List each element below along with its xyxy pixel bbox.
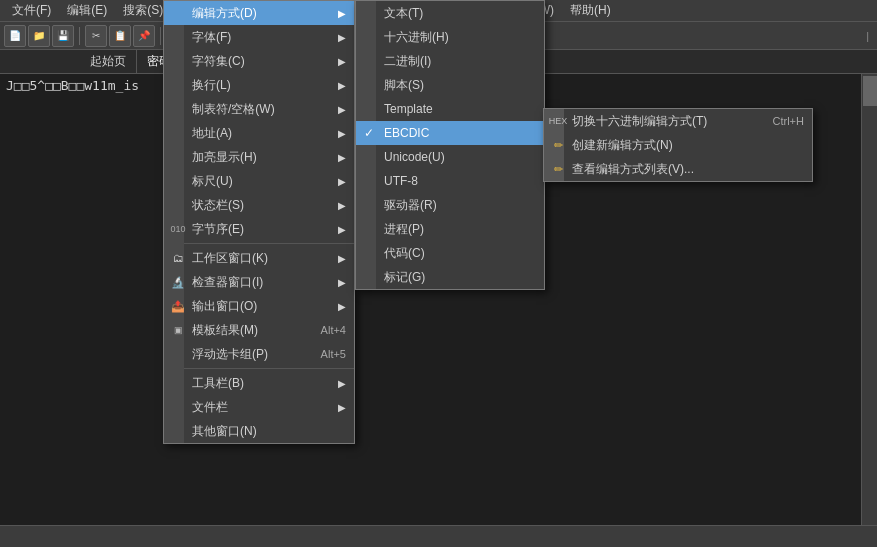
menu-item-charset[interactable]: 字符集(C) ▶ xyxy=(164,49,354,73)
editor-content[interactable]: J□□5^□□B□□w11m_is xyxy=(6,78,139,93)
arrow-icon-ws: ▶ xyxy=(338,253,346,264)
arrow-icon-cc: ▶ xyxy=(338,104,346,115)
output-icon: 📤 xyxy=(168,300,188,313)
menu-item-ctrl-chars[interactable]: 制表符/空格(W) ▶ xyxy=(164,97,354,121)
view-editmode-list[interactable]: ✏ 查看编辑方式列表(V)... xyxy=(544,157,812,181)
toolbar-save[interactable]: 💾 xyxy=(52,25,74,47)
arrow-icon-tb: ▶ xyxy=(338,378,346,389)
menu-item-workspace[interactable]: 🗂 工作区窗口(K) ▶ xyxy=(164,246,354,270)
view-list-icon: ✏ xyxy=(548,163,568,176)
menu-item-statusbar[interactable]: 状态栏(S) ▶ xyxy=(164,193,354,217)
arrow-icon-sb: ▶ xyxy=(338,200,346,211)
menu-item-font[interactable]: 字体(F) ▶ xyxy=(164,25,354,49)
menu-item-output[interactable]: 📤 输出窗口(O) ▶ xyxy=(164,294,354,318)
editmode-ebcdic[interactable]: ✓ EBCDIC xyxy=(356,121,544,145)
arrow-icon-font: ▶ xyxy=(338,32,346,43)
menu-file[interactable]: 文件(F) xyxy=(4,0,59,21)
statusbar xyxy=(0,525,877,547)
arrow-icon: ▶ xyxy=(338,8,346,19)
editmode-submenu: 文本(T) 十六进制(H) 二进制(I) 脚本(S) Template ✓ EB… xyxy=(355,0,545,290)
toolbar-sep2 xyxy=(160,27,161,45)
inspector-icon: 🔬 xyxy=(168,276,188,289)
menu-item-ruler[interactable]: 标尺(U) ▶ xyxy=(164,169,354,193)
arrow-icon-ins: ▶ xyxy=(338,277,346,288)
menu-item-highlight[interactable]: 加亮显示(H) ▶ xyxy=(164,145,354,169)
menu-item-linewrap[interactable]: 换行(L) ▶ xyxy=(164,73,354,97)
arrow-icon-charset: ▶ xyxy=(338,56,346,67)
menu-sep-1 xyxy=(164,243,354,244)
menu-item-edit-mode[interactable]: 编辑方式(D) ▶ xyxy=(164,1,354,25)
tab-home[interactable]: 起始页 xyxy=(80,50,136,73)
menu-item-toolbar[interactable]: 工具栏(B) ▶ xyxy=(164,371,354,395)
toolbar-cut[interactable]: ✂ xyxy=(85,25,107,47)
menu-sep-2 xyxy=(164,368,354,369)
editmode-script[interactable]: 脚本(S) xyxy=(356,73,544,97)
arrow-icon-lw: ▶ xyxy=(338,80,346,91)
menu-edit[interactable]: 编辑(E) xyxy=(59,0,115,21)
editmode-text[interactable]: 文本(T) xyxy=(356,1,544,25)
editmode-hex[interactable]: 十六进制(H) xyxy=(356,25,544,49)
arrow-icon-ruler: ▶ xyxy=(338,176,346,187)
hex-panel-icon: HEX xyxy=(548,116,568,126)
toolbar-separator-vert: | xyxy=(866,30,873,42)
create-editmode-icon: ✏ xyxy=(548,139,568,152)
create-new-editmode[interactable]: ✏ 创建新编辑方式(N) xyxy=(544,133,812,157)
shortcut-ctrl-h: Ctrl+H xyxy=(753,115,804,127)
view-menu-dropdown: 编辑方式(D) ▶ 字体(F) ▶ 字符集(C) ▶ 换行(L) ▶ 制表符/空… xyxy=(163,0,355,444)
toolbar-open[interactable]: 📁 xyxy=(28,25,50,47)
editmode-driver[interactable]: 驱动器(R) xyxy=(356,193,544,217)
arrow-icon-fb: ▶ xyxy=(338,402,346,413)
template-result-icon: ▣ xyxy=(168,325,188,335)
menu-item-filebar[interactable]: 文件栏 ▶ xyxy=(164,395,354,419)
editmode-mark[interactable]: 标记(G) xyxy=(356,265,544,289)
menu-item-inspector[interactable]: 🔬 检查器窗口(I) ▶ xyxy=(164,270,354,294)
menu-item-float-tabs[interactable]: 浮动选卡组(P) Alt+5 xyxy=(164,342,354,366)
arrow-icon-addr: ▶ xyxy=(338,128,346,139)
shortcut-alt4: Alt+4 xyxy=(301,324,346,336)
toolbar-paste[interactable]: 📌 xyxy=(133,25,155,47)
scrollbar-v[interactable] xyxy=(861,74,877,525)
editmode-template[interactable]: Template xyxy=(356,97,544,121)
toolbar-copy[interactable]: 📋 xyxy=(109,25,131,47)
switch-hex-btn[interactable]: HEX 切换十六进制编辑方式(T) Ctrl+H xyxy=(544,109,812,133)
editmode-process[interactable]: 进程(P) xyxy=(356,217,544,241)
scrollbar-thumb[interactable] xyxy=(863,76,877,106)
menu-item-address[interactable]: 地址(A) ▶ xyxy=(164,121,354,145)
menu-help[interactable]: 帮助(H) xyxy=(562,0,619,21)
menu-item-other-windows[interactable]: 其他窗口(N) xyxy=(164,419,354,443)
toolbar-new[interactable]: 📄 xyxy=(4,25,26,47)
editmode-code[interactable]: 代码(C) xyxy=(356,241,544,265)
arrow-icon-bo: ▶ xyxy=(338,224,346,235)
byteorder-icon: 010 xyxy=(168,224,188,234)
checkmark-icon: ✓ xyxy=(364,126,374,140)
arrow-icon-out: ▶ xyxy=(338,301,346,312)
toolbar-sep1 xyxy=(79,27,80,45)
hex-switch-panel: HEX 切换十六进制编辑方式(T) Ctrl+H ✏ 创建新编辑方式(N) ✏ … xyxy=(543,108,813,182)
workspace-icon: 🗂 xyxy=(168,252,188,264)
editmode-utf8[interactable]: UTF-8 xyxy=(356,169,544,193)
editmode-binary[interactable]: 二进制(I) xyxy=(356,49,544,73)
shortcut-alt5: Alt+5 xyxy=(301,348,346,360)
arrow-icon-hl: ▶ xyxy=(338,152,346,163)
menu-item-byteorder[interactable]: 010 字节序(E) ▶ xyxy=(164,217,354,241)
editmode-unicode[interactable]: Unicode(U) xyxy=(356,145,544,169)
menu-item-template-result[interactable]: ▣ 模板结果(M) Alt+4 xyxy=(164,318,354,342)
